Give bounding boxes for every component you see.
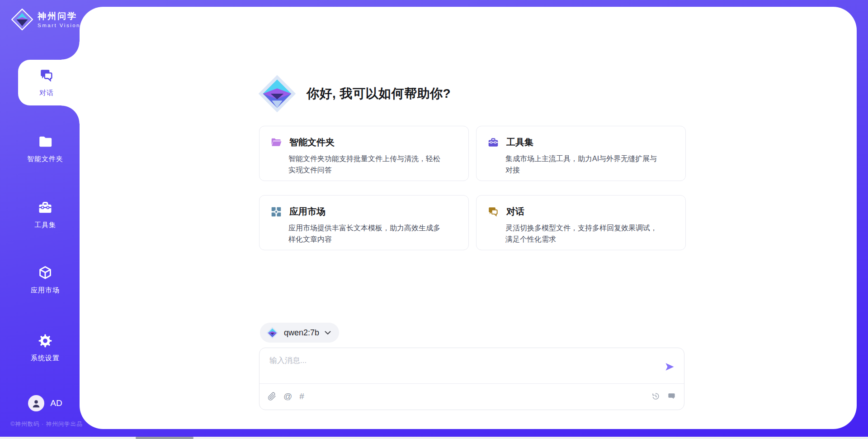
cube-icon [38, 265, 53, 281]
card-title: 工具集 [506, 136, 533, 148]
person-icon [30, 397, 42, 409]
sidebar-item-label: 对话 [39, 89, 54, 97]
folder-open-icon [270, 137, 282, 148]
brand-name: 神州问学 [38, 11, 80, 21]
mention-button[interactable]: @ [283, 392, 292, 401]
sidebar-item-label: 系统设置 [31, 354, 60, 363]
composer-tools-left: @ # [268, 392, 304, 401]
brand-logo: 神州问学 Smart Vision [11, 8, 80, 31]
sidebar-item-smart-folder[interactable]: 智能文件夹 [9, 134, 81, 163]
chat-bubbles-icon [487, 206, 499, 218]
feature-cards: 智能文件夹 智能文件夹功能支持批量文件上传与清洗，轻松实现文件问答 工具集 集成… [259, 126, 686, 250]
send-button[interactable] [664, 362, 676, 374]
greeting-text: 你好, 我可以如何帮助你? [307, 85, 451, 102]
message-icon [667, 392, 676, 401]
sidebar-item-label: 智能文件夹 [27, 155, 63, 163]
sidebar-item-chat[interactable]: 对话 [18, 60, 80, 105]
history-icon [651, 392, 660, 401]
history-button[interactable] [651, 392, 660, 401]
card-smart-folder[interactable]: 智能文件夹 智能文件夹功能支持批量文件上传与清洗，轻松实现文件问答 [259, 126, 469, 181]
card-description: 智能文件夹功能支持批量文件上传与清洗，轻松实现文件问答 [288, 153, 445, 176]
sidebar-item-label: 工具集 [34, 221, 56, 229]
main-panel: 你好, 我可以如何帮助你? 智能文件夹 智能文件夹功能支持批量文件上传与清洗，轻… [80, 7, 857, 429]
hashtag-button[interactable]: # [299, 392, 304, 401]
briefcase-icon [38, 200, 53, 215]
user-profile[interactable]: AD [9, 395, 81, 411]
horizontal-scrollbar [0, 437, 868, 439]
card-title: 对话 [506, 205, 524, 218]
active-tab-fillet-bottom [61, 105, 80, 124]
card-app-market[interactable]: 应用市场 应用市场提供丰富长文本模板，助力高效生成多样化文章内容 [259, 195, 469, 250]
sidebar-item-toolset[interactable]: 工具集 [9, 200, 81, 229]
message-composer: @ # [259, 348, 684, 410]
scrollbar-thumb[interactable] [136, 437, 193, 439]
grid-icon [270, 206, 282, 218]
active-tab-fillet-top [61, 42, 80, 60]
card-chat[interactable]: 对话 灵活切换多模型文件，支持多样回复效果调试，满足个性化需求 [476, 195, 686, 250]
attach-button[interactable] [268, 392, 276, 401]
chevron-down-icon [325, 331, 331, 335]
user-initials: AD [50, 398, 62, 408]
composer-divider [259, 383, 684, 384]
folder-icon [38, 134, 53, 149]
model-diamond-icon [266, 327, 278, 339]
send-icon [664, 362, 676, 372]
model-name: qwen2:7b [284, 328, 319, 338]
card-title: 应用市场 [289, 205, 326, 218]
sidebar-item-label: 应用市场 [31, 286, 60, 295]
brand-diamond-icon [11, 8, 33, 31]
sidebar-item-settings[interactable]: 系统设置 [9, 333, 81, 363]
feedback-button[interactable] [667, 392, 676, 401]
card-title: 智能文件夹 [289, 136, 335, 148]
copyright-footer: ©神州数码 · 神州问学出品 [0, 420, 93, 428]
brand-subtitle: Smart Vision [38, 23, 80, 28]
briefcase-icon [487, 137, 499, 148]
model-selector[interactable]: qwen2:7b [260, 323, 339, 343]
chat-bubbles-icon [39, 68, 54, 83]
greeting-block: 你好, 我可以如何帮助你? [258, 73, 451, 115]
app-window: 神州问学 Smart Vision 对话 智能文件夹 工具集 [0, 0, 868, 439]
composer-tools-right [651, 392, 676, 401]
avatar [28, 395, 44, 411]
card-toolset[interactable]: 工具集 集成市场上主流工具，助力AI与外界无缝扩展与对接 [476, 126, 686, 181]
assistant-diamond-icon [258, 74, 297, 113]
gear-icon [38, 333, 53, 348]
paperclip-icon [268, 392, 276, 401]
message-input[interactable] [269, 354, 650, 382]
sidebar-item-app-market[interactable]: 应用市场 [9, 265, 81, 295]
card-description: 灵活切换多模型文件，支持多样回复效果调试，满足个性化需求 [505, 222, 662, 245]
card-description: 应用市场提供丰富长文本模板，助力高效生成多样化文章内容 [288, 222, 445, 245]
card-description: 集成市场上主流工具，助力AI与外界无缝扩展与对接 [505, 153, 662, 176]
